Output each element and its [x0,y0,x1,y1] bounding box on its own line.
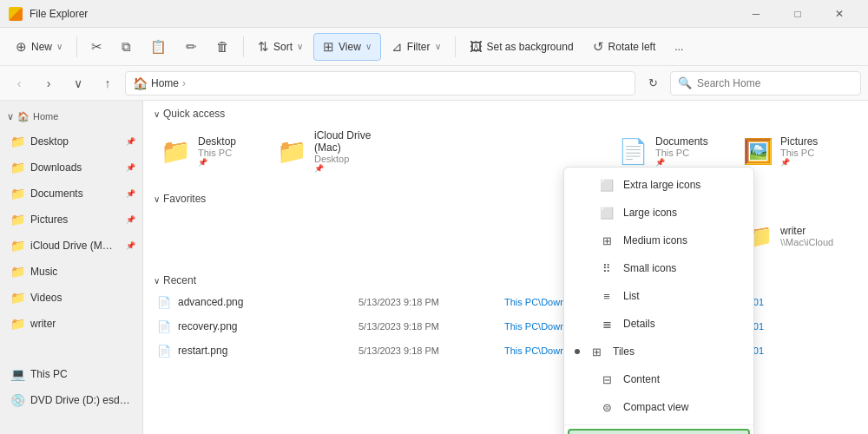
search-box[interactable]: 🔍 [670,71,861,95]
search-input[interactable] [697,77,853,89]
file-icon: 📄 [157,345,171,358]
sidebar: ∨ 🏠 Home 📁 Desktop 📌 📁 Downloads 📌 📁 Doc… [0,101,143,434]
delete-icon: 🗑 [216,39,229,54]
sidebar-item-thispc[interactable]: 💻 This PC [0,361,142,387]
tile-sub: This PC [198,148,236,158]
rotate-left-button[interactable]: ↺ Rotate left [584,33,665,61]
tile-sub: This PC [655,148,708,158]
sidebar-item-writer[interactable]: 📁 writer [0,311,142,337]
delete-button[interactable]: 🗑 [207,33,238,61]
filter-icon: ⊿ [391,39,403,55]
back-button[interactable]: ‹ [7,71,31,95]
pc-icon: 💻 [10,367,25,381]
title-bar-text: File Explorer [30,8,736,20]
file-grid: 📁 Desktop This PC 📌 📁 iCloud Drive (Mac)… [143,123,868,186]
more-button[interactable]: ... [666,33,692,61]
menu-item-label: Compact view [623,401,743,413]
path-root: Home [151,77,179,89]
new-button[interactable]: ⊕ New ∨ [7,33,71,61]
recent-date: 5/13/2023 9:18 PM [358,297,497,307]
forward-button[interactable]: › [36,71,61,95]
sidebar-item-documents[interactable]: 📁 Documents 📌 [0,181,142,207]
sidebar-item-label: Downloads [30,161,121,174]
folder-icon: 📁 [10,317,25,331]
maximize-button[interactable]: □ [778,0,818,28]
copy-button[interactable]: ⧉ [113,33,140,61]
sidebar-item-label: Music [30,266,135,278]
tile-pin: 📌 [198,158,236,167]
menu-item-label: Large icons [623,207,743,219]
quick-access-chevron[interactable]: ∨ [154,109,160,119]
sidebar-home-header: ∨ 🏠 Home [0,104,142,128]
address-bar: ‹ › ∨ ↑ 🏠 Home › ↻ 🔍 [0,66,868,101]
tile-sub: This PC [780,148,818,158]
tile-sub: \\Mac\iCloud [780,237,833,247]
recent-header: ∨ Recent [143,271,868,290]
set-background-button[interactable]: 🖼 Set as background [461,33,582,61]
home-path-icon: 🏠 [133,76,148,90]
menu-item-label: Small icons [623,262,743,274]
sidebar-item-desktop[interactable]: 📁 Desktop 📌 [0,128,142,155]
address-path[interactable]: 🏠 Home › [125,71,635,95]
paste-button[interactable]: 📋 [141,33,175,61]
sidebar-item-downloads[interactable]: 📁 Downloads 📌 [0,155,142,181]
menu-item-show[interactable]: Show › [568,429,750,434]
content-icon: ⊟ [599,373,615,386]
tile-name: writer [780,225,833,237]
menu-separator [564,424,753,425]
sort-button[interactable]: ⇅ Sort ∨ [249,33,312,61]
set-background-icon: 🖼 [470,39,483,54]
view-button[interactable]: ⊞ View ∨ [313,33,381,61]
sidebar-thispc-header [0,337,142,361]
folder-icon: 📁 [10,187,25,201]
sidebar-item-label: Documents [30,187,121,200]
file-tile-pictures[interactable]: 🖼️ Pictures This PC 📌 [736,123,858,179]
folder-icon: 📁 [10,265,25,279]
rename-button[interactable]: ✏ [177,33,206,61]
menu-item-extra-large[interactable]: ⬜ Extra large icons [564,171,753,199]
separator-1 [76,36,77,57]
menu-item-label: Tiles [613,345,743,358]
recent-locations-button[interactable]: ∨ [66,71,90,95]
file-tile-desktop[interactable]: 📁 Desktop This PC 📌 [154,123,266,179]
menu-item-compact[interactable]: ⊜ Compact view [564,393,753,421]
menu-item-list[interactable]: ≡ List [564,282,753,310]
menu-item-label: Details [623,318,743,330]
menu-item-details[interactable]: ≣ Details [564,310,753,338]
folder-icon: 📁 [277,137,307,166]
menu-item-large[interactable]: ⬜ Large icons [564,199,753,227]
refresh-button[interactable]: ↻ [641,71,665,95]
up-button[interactable]: ↑ [95,71,120,95]
file-icon: 📄 [157,296,171,309]
sidebar-item-music[interactable]: 📁 Music [0,259,142,285]
medium-icon: ⊞ [599,234,615,247]
minimize-button[interactable]: ─ [736,0,776,28]
folder-icon: 📁 [10,135,25,148]
file-tile-icloud[interactable]: 📁 iCloud Drive (Mac) Desktop 📌 [270,123,383,179]
recent-chevron[interactable]: ∨ [154,276,160,286]
cut-button[interactable]: ✂ [82,33,111,61]
filter-button[interactable]: ⊿ Filter ∨ [383,33,450,61]
list-icon: ≡ [599,290,615,303]
refresh-icon: ↻ [648,76,658,89]
tile-pin: 📌 [655,158,708,167]
tile-pin: 📌 [314,164,376,173]
favorites-chevron[interactable]: ∨ [154,194,160,204]
menu-item-tiles[interactable]: ⊞ Tiles [564,338,753,365]
menu-item-small[interactable]: ⠿ Small icons [564,254,753,282]
folder-icon: 📁 [10,239,25,253]
sidebar-item-dvd[interactable]: 💿 DVD Drive (D:) esd2… [0,387,142,413]
menu-item-label: List [623,290,743,302]
small-icon: ⠿ [599,262,615,275]
menu-item-medium[interactable]: ⊞ Medium icons [564,227,753,254]
file-tile-writer[interactable]: 📁 writer \\Mac\iCloud [736,208,858,264]
pin-icon: 📌 [126,241,135,250]
sidebar-item-pictures[interactable]: 📁 Pictures 📌 [0,207,142,233]
menu-item-content[interactable]: ⊟ Content [564,365,753,393]
details-icon: ≣ [599,318,615,331]
cut-icon: ✂ [91,39,102,55]
sidebar-item-videos[interactable]: 📁 Videos [0,285,142,311]
close-button[interactable]: ✕ [819,0,859,28]
folder-icon: 📁 [10,213,25,227]
sidebar-item-icloud[interactable]: 📁 iCloud Drive (M… 📌 [0,233,142,259]
